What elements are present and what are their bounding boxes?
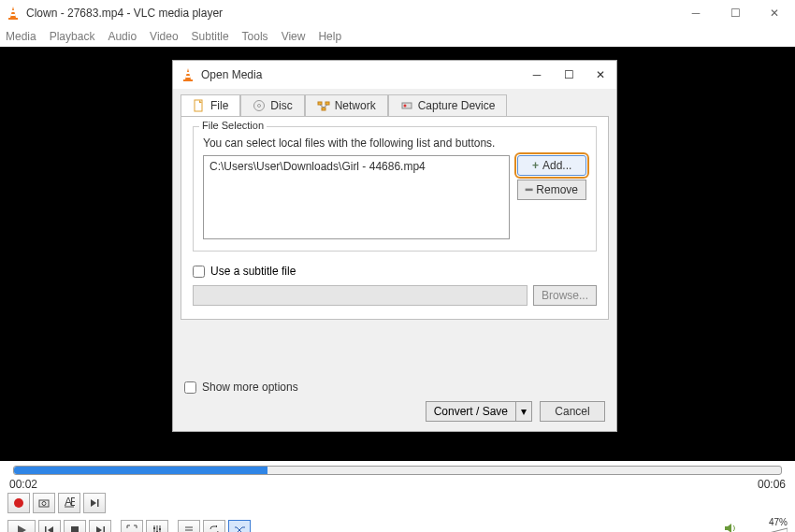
svg-rect-12	[325, 102, 329, 105]
menu-audio[interactable]: Audio	[108, 30, 137, 43]
disc-icon	[253, 99, 266, 112]
chevron-down-icon[interactable]: ▾	[516, 401, 532, 422]
menu-media[interactable]: Media	[6, 30, 36, 43]
tab-capture[interactable]: Capture Device	[388, 94, 508, 116]
seek-progress	[14, 467, 267, 474]
dialog-titlebar: Open Media ─ ☐ ✕	[173, 61, 616, 89]
svg-rect-3	[11, 14, 16, 16]
seek-track[interactable]	[13, 466, 782, 475]
record-group: AB	[7, 493, 106, 513]
file-icon	[193, 99, 206, 112]
open-media-dialog: Open Media ─ ☐ ✕ File Disc Network	[172, 60, 617, 432]
svg-marker-28	[48, 526, 53, 533]
tab-file[interactable]: File	[181, 94, 240, 116]
file-selection-legend: File Selection	[199, 120, 267, 131]
capture-device-icon	[400, 99, 413, 112]
vlc-cone-icon	[181, 67, 195, 82]
fullscreen-button[interactable]	[121, 520, 143, 533]
svg-marker-30	[96, 526, 102, 533]
network-icon	[317, 99, 330, 112]
svg-rect-2	[11, 10, 15, 12]
dialog-minimize-button[interactable]: ─	[528, 68, 545, 81]
stop-button[interactable]	[64, 520, 86, 533]
cancel-button-label: Cancel	[555, 405, 589, 418]
playlist-group	[178, 520, 251, 533]
svg-rect-31	[104, 526, 106, 533]
svg-marker-26	[18, 525, 26, 533]
menu-subtitle[interactable]: Subtitle	[192, 30, 229, 43]
svg-point-18	[14, 498, 23, 508]
svg-rect-29	[71, 526, 79, 533]
frame-step-button[interactable]	[83, 493, 106, 513]
svg-rect-6	[186, 72, 190, 74]
tab-disc-label: Disc	[270, 99, 292, 112]
close-button[interactable]: ✕	[763, 7, 786, 20]
loop-ab-button[interactable]: AB	[58, 493, 80, 513]
menu-playback[interactable]: Playback	[50, 30, 95, 43]
remove-button[interactable]: ━ Remove	[517, 180, 586, 200]
tab-capture-label: Capture Device	[418, 99, 496, 112]
svg-marker-43	[725, 524, 731, 532]
plus-icon: +	[532, 159, 539, 172]
svg-rect-25	[97, 499, 99, 507]
next-button[interactable]	[89, 520, 111, 533]
dialog-tabs: File Disc Network Capture Device	[181, 94, 609, 116]
seek-bar[interactable]	[0, 461, 795, 476]
menu-view[interactable]: View	[282, 30, 306, 43]
time-total: 00:06	[758, 478, 786, 491]
menu-tools[interactable]: Tools	[242, 30, 268, 43]
video-area: Open Media ─ ☐ ✕ File Disc Network	[0, 47, 795, 461]
dialog-maximize-button[interactable]: ☐	[560, 68, 577, 81]
file-list-item[interactable]: C:\Users\User\Downloads\Girl - 44686.mp4	[210, 160, 503, 173]
previous-button[interactable]	[38, 520, 61, 533]
svg-rect-13	[322, 108, 325, 110]
menu-video[interactable]: Video	[150, 30, 178, 43]
subtitle-path-input	[193, 285, 528, 306]
volume-control: 47%	[724, 517, 788, 532]
tab-network[interactable]: Network	[305, 94, 388, 116]
svg-rect-7	[186, 76, 191, 78]
svg-marker-24	[91, 499, 96, 507]
show-more-options-row: Show more options	[184, 381, 298, 394]
svg-rect-37	[159, 528, 161, 530]
speaker-icon[interactable]	[724, 522, 737, 532]
window-title: Clown - 27683.mp4 - VLC media player	[26, 7, 685, 20]
vlc-cone-icon	[6, 6, 21, 21]
view-group	[121, 520, 168, 533]
window-controls: ─ ☐ ✕	[685, 7, 786, 20]
snapshot-button[interactable]	[33, 493, 55, 513]
svg-rect-11	[318, 102, 322, 105]
tab-disc[interactable]: Disc	[240, 94, 304, 116]
shuffle-button[interactable]	[228, 520, 251, 533]
tab-network-label: Network	[335, 99, 376, 112]
convert-save-button[interactable]: Convert / Save ▾	[426, 401, 532, 422]
minimize-button[interactable]: ─	[685, 7, 707, 20]
app-titlebar: Clown - 27683.mp4 - VLC media player ─ ☐…	[0, 0, 795, 26]
cancel-button[interactable]: Cancel	[540, 401, 605, 422]
svg-marker-44	[743, 528, 788, 532]
use-subtitle-checkbox[interactable]	[193, 266, 205, 278]
volume-slider[interactable]	[743, 527, 788, 532]
play-button[interactable]	[7, 520, 36, 533]
show-more-options-checkbox[interactable]	[184, 381, 196, 394]
menu-help[interactable]: Help	[318, 30, 341, 43]
svg-point-10	[258, 105, 261, 108]
loop-button[interactable]	[203, 520, 225, 533]
tab-body: File Selection You can select local file…	[181, 116, 609, 320]
playlist-button[interactable]	[178, 520, 200, 533]
record-button[interactable]	[7, 493, 30, 513]
use-subtitle-row: Use a subtitle file	[193, 265, 597, 278]
file-selection-fieldset: File Selection You can select local file…	[193, 126, 597, 252]
file-list[interactable]: C:\Users\User\Downloads\Girl - 44686.mp4	[203, 155, 510, 239]
svg-rect-1	[8, 18, 18, 20]
extended-settings-button[interactable]	[146, 520, 168, 533]
maximize-button[interactable]: ☐	[724, 7, 746, 20]
svg-rect-5	[183, 79, 193, 81]
dialog-title: Open Media	[201, 68, 528, 81]
file-selection-desc: You can select local files with the foll…	[203, 137, 586, 150]
minus-icon: ━	[526, 183, 532, 196]
add-button[interactable]: + Add...	[517, 155, 586, 176]
use-subtitle-label: Use a subtitle file	[210, 265, 296, 278]
dialog-close-button[interactable]: ✕	[592, 68, 609, 81]
playback-group	[7, 520, 111, 533]
